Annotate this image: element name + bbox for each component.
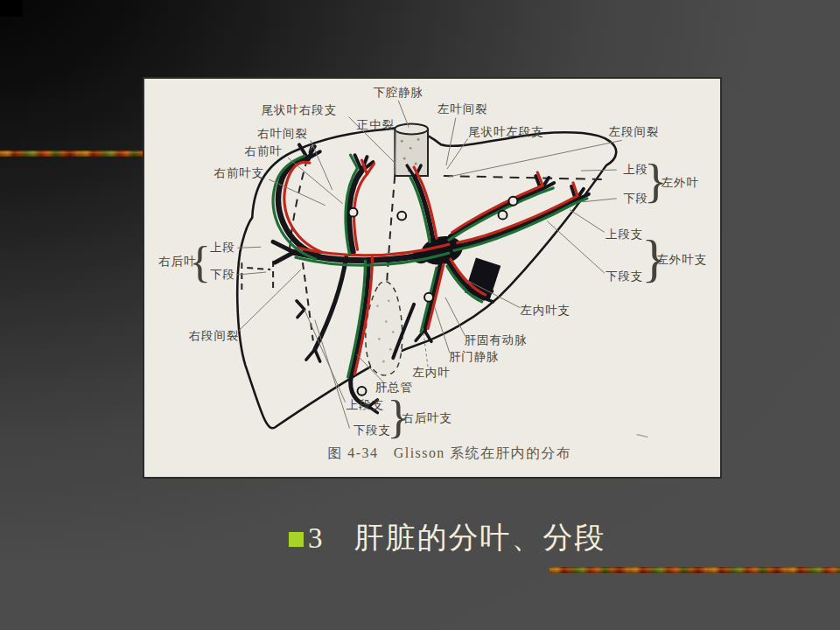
label-lower-segment-branch-bottom: 下段支: [354, 424, 391, 437]
label-inferior-vena-cava: 下腔静脉: [373, 86, 424, 99]
label-median-fissure: 正中裂: [357, 118, 395, 131]
label-left-interlobar-fissure: 左叶间裂: [438, 102, 488, 116]
decorative-bar-bottom: [550, 567, 840, 573]
leader-line-right-intersegmental-fissure: [238, 270, 301, 331]
gallbladder: [366, 282, 402, 375]
label-right-anterior-lobe-branch: 右前叶支: [214, 166, 265, 179]
label-left-medial-lobe: 左内叶: [412, 366, 450, 379]
label-lower-segment-branch-right: 下段支: [606, 270, 643, 283]
leader-line-right-interlobar-fissure: [311, 140, 332, 190]
brace-1: }: [644, 153, 668, 207]
leader-line-upper-segment-right-side: [581, 170, 617, 171]
label-left-medial-lobe-branch: 左内叶支: [520, 304, 570, 317]
liver-figure-image: 下腔静脉尾状叶右段支正中裂左叶间裂尾状叶左段支右叶间裂右前叶右前叶支上段下段右后…: [143, 77, 722, 479]
label-left-intersegmental-fissure: 左段间裂: [609, 125, 660, 138]
label-upper-segment-branch-bottom: 上段支: [346, 398, 384, 411]
stray-mark: [637, 434, 648, 437]
caption-title: 肝脏的分叶、分段: [354, 523, 606, 553]
leader-line-inferior-vena-cava: [398, 101, 409, 128]
leader-line-hepatic-portal-vein: [435, 308, 450, 354]
label-proper-hepatic-artery: 肝固有动脉: [465, 333, 528, 346]
caption-number: 3: [308, 524, 323, 553]
figure-caption: 图 4-34 Glisson 系统在肝内的分布: [327, 445, 571, 460]
ivc-cylinder: [395, 124, 428, 176]
brace-2: }: [641, 229, 667, 287]
decorative-bar-left: [0, 150, 143, 157]
label-caudate-left-branch: 尾状叶左段支: [468, 125, 543, 138]
leader-line-left-intersegmental-fissure: [449, 140, 622, 177]
leader-line-lower-segment-branch-right: [547, 221, 605, 273]
leader-line-lower-segment-branch-bottom: [315, 320, 350, 429]
label-right-intersegmental-fissure: 右段间裂: [189, 329, 240, 342]
leader-line-upper-segment-branch-right: [570, 210, 605, 233]
label-right-interlobar-fissure: 右叶间裂: [257, 127, 308, 140]
label-right-anterior-lobe: 右前叶: [245, 144, 283, 158]
brace-0: {: [189, 236, 211, 286]
leader-line-caudate-left-branch: [447, 138, 468, 169]
figure-svg: 下腔静脉尾状叶右段支正中裂左叶间裂尾状叶左段支右叶间裂右前叶右前叶支上段下段右后…: [144, 79, 720, 477]
leader-line-right-anterior-lobe: [288, 158, 343, 204]
label-caudate-right-branch: 尾状叶右段支: [262, 103, 337, 116]
brace-3: }: [387, 390, 410, 443]
black-corner-block: [0, 0, 23, 17]
bullet-square-icon: [289, 532, 304, 547]
label-upper-segment-left-side: 上段: [210, 241, 235, 254]
label-lower-segment-left-side: 下段: [210, 268, 235, 281]
slide-caption: 3 肝脏的分叶、分段: [289, 520, 606, 556]
label-upper-segment-branch-right: 上段支: [606, 228, 643, 241]
label-hepatic-portal-vein: 肝门静脉: [449, 350, 500, 363]
